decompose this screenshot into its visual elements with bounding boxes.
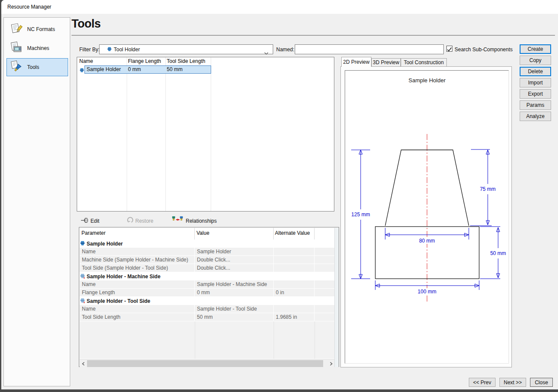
dim-base-width: 100 mm xyxy=(418,289,436,295)
list-cell-tool-side-length[interactable]: 50 mm xyxy=(167,65,183,74)
param-table-empty-area xyxy=(80,321,334,359)
create-button[interactable]: Create xyxy=(520,44,551,54)
param-alt-value[interactable] xyxy=(274,280,314,288)
window-title: Resource Manager xyxy=(7,4,51,10)
copy-button[interactable]: Copy xyxy=(520,56,551,65)
param-value[interactable]: 0 mm xyxy=(195,289,273,296)
param-alt-value[interactable] xyxy=(274,256,314,264)
param-group-label: Sample Holder - Machine Side xyxy=(87,274,160,280)
tool-holder-icon xyxy=(80,240,85,248)
param-alt-value[interactable] xyxy=(274,305,314,313)
named-input[interactable] xyxy=(295,44,444,54)
next-button[interactable]: Next >> xyxy=(499,378,526,387)
tab-tool-construction[interactable]: Tool Construction xyxy=(401,58,447,67)
tool-holder-icon xyxy=(79,67,84,75)
import-button[interactable]: Import xyxy=(520,78,551,87)
param-value[interactable]: Sample Holder - Tool Side xyxy=(195,305,273,313)
dim-total-length: 125 mm xyxy=(351,212,370,218)
param-header-value[interactable]: Value xyxy=(196,230,209,236)
param-value[interactable]: Double Click... xyxy=(195,256,273,264)
param-row[interactable]: Name Sample Holder xyxy=(80,248,334,256)
param-group-label: Sample Holder xyxy=(87,241,123,247)
param-alt-value[interactable] xyxy=(274,264,314,272)
prev-button[interactable]: << Prev xyxy=(469,378,496,387)
param-name: Machine Side (Sample Holder - Machine Si… xyxy=(80,256,194,264)
sidebar-item-label: Tools xyxy=(27,64,39,70)
param-alt-value[interactable]: 0 in xyxy=(274,289,314,296)
tool-holder-sub-icon xyxy=(80,273,85,280)
filter-by-label: Filter By: xyxy=(79,47,100,53)
param-extra-cell xyxy=(315,313,334,321)
edit-button[interactable]: Edit xyxy=(90,218,100,224)
param-value[interactable]: Sample Holder xyxy=(195,248,273,255)
column-divider xyxy=(314,228,315,240)
param-row[interactable]: Tool Side Length 50 mm 1.9685 in xyxy=(80,313,334,321)
param-name: Flange Length xyxy=(80,289,194,296)
list-header-tool-side-length[interactable]: Tool Side Length xyxy=(167,58,205,64)
machines-icon xyxy=(10,41,23,56)
title-bar[interactable]: Resource Manager xyxy=(1,0,558,14)
params-button[interactable]: Params xyxy=(520,100,551,110)
search-sub-components-checkbox[interactable] xyxy=(446,46,452,52)
param-group-row[interactable]: Sample Holder - Machine Side xyxy=(80,272,334,280)
vertical-scrollbar[interactable] xyxy=(334,228,339,367)
edit-pin-icon xyxy=(81,217,89,225)
param-name: Name xyxy=(80,248,194,255)
param-name: Tool Side (Sample Holder - Tool Side) xyxy=(80,264,194,272)
restore-icon xyxy=(127,216,134,225)
param-row[interactable]: Machine Side (Sample Holder - Machine Si… xyxy=(80,256,334,264)
sidebar-item-label: Machines xyxy=(27,45,49,51)
sidebar-item-tools[interactable]: Tools xyxy=(6,58,68,76)
tools-icon xyxy=(10,60,23,75)
tab-3d-preview[interactable]: 3D Preview xyxy=(371,58,401,67)
param-extra-cell xyxy=(315,256,334,264)
scroll-right-icon[interactable] xyxy=(327,360,334,367)
param-extra-cell xyxy=(315,264,334,272)
param-name: Name xyxy=(80,280,194,288)
param-row[interactable]: Name Sample Holder - Machine Side xyxy=(80,280,334,289)
param-row[interactable]: Name Sample Holder - Tool Side xyxy=(80,305,334,313)
chevron-down-icon xyxy=(264,49,268,56)
sidebar-item-nc-formats[interactable]: NC Formats xyxy=(6,20,68,38)
search-sub-components-label: Search Sub-Components xyxy=(455,47,513,53)
param-row[interactable]: Flange Length 0 mm 0 in xyxy=(80,289,334,297)
horizontal-scrollbar[interactable] xyxy=(80,359,334,367)
sidebar-item-label: NC Formats xyxy=(27,26,55,32)
preview-title: Sample Holder xyxy=(408,77,446,84)
param-header-alternate-value[interactable]: Alternate Value xyxy=(275,230,310,236)
scrollbar-thumb[interactable] xyxy=(87,360,323,367)
relationships-icon xyxy=(171,216,184,225)
close-button[interactable]: Close xyxy=(530,378,553,387)
analyze-button[interactable]: Analyze xyxy=(520,112,551,121)
relationships-button[interactable]: Relationships xyxy=(186,218,217,224)
param-alt-value[interactable]: 1.9685 in xyxy=(274,313,314,321)
dim-flange-width: 80 mm xyxy=(419,238,435,244)
param-alt-value[interactable] xyxy=(274,248,314,255)
list-cell-flange-length[interactable]: 0 mm xyxy=(128,65,141,74)
filter-type-dropdown[interactable]: Tool Holder xyxy=(99,44,273,54)
2d-preview-canvas[interactable]: Sample Holder xyxy=(345,70,509,364)
sidebar-item-machines[interactable]: Machines xyxy=(6,39,68,57)
param-extra-cell xyxy=(315,305,334,313)
tab-2d-preview[interactable]: 2D Preview xyxy=(341,57,371,67)
param-group-row[interactable]: Sample Holder xyxy=(80,240,334,248)
parameter-table[interactable]: Parameter Value Alternate Value Sample H… xyxy=(79,227,339,367)
list-cell-name[interactable]: Sample Holder xyxy=(87,65,121,74)
list-header-flange-length[interactable]: Flange Length xyxy=(128,58,161,64)
delete-button[interactable]: Delete xyxy=(520,67,551,76)
named-label: Named: xyxy=(276,47,294,53)
scroll-left-icon[interactable] xyxy=(80,360,87,367)
param-value[interactable]: Sample Holder - Machine Side xyxy=(195,280,273,288)
resource-list[interactable]: Name Flange Length Tool Side Length Samp… xyxy=(77,57,334,212)
tool-holder-icon xyxy=(107,46,112,53)
column-divider xyxy=(165,57,166,211)
param-value[interactable]: Double Click... xyxy=(195,264,273,272)
restore-button[interactable]: Restore xyxy=(135,218,153,224)
param-row[interactable]: Tool Side (Sample Holder - Tool Side) Do… xyxy=(80,264,334,272)
list-header-name[interactable]: Name xyxy=(79,58,93,64)
param-header-parameter[interactable]: Parameter xyxy=(81,230,106,236)
param-value[interactable]: 50 mm xyxy=(195,313,273,321)
column-divider xyxy=(127,57,127,211)
export-button[interactable]: Export xyxy=(520,89,551,99)
param-group-row[interactable]: Sample Holder - Tool Side xyxy=(80,297,334,305)
